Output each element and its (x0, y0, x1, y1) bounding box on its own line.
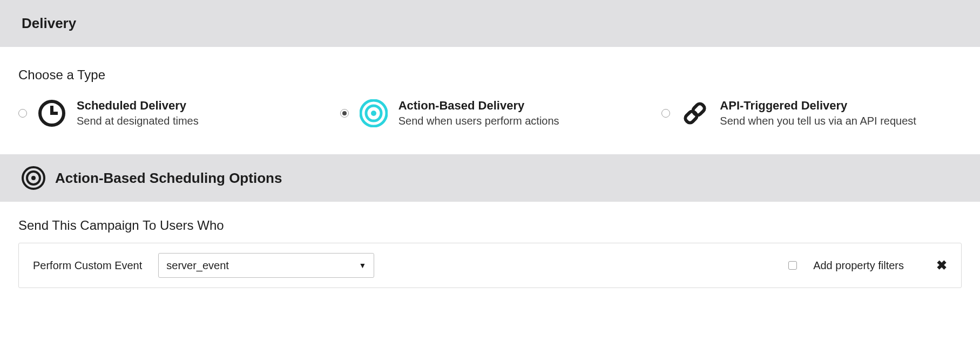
target-icon (360, 99, 388, 127)
svg-rect-6 (684, 110, 699, 124)
option-api-title: API-Triggered Delivery (720, 99, 916, 113)
delivery-header-title: Delivery (22, 15, 958, 32)
trigger-condition-label: Perform Custom Event (33, 259, 142, 272)
trigger-row: Perform Custom Event server_event ▼ Add … (18, 243, 962, 288)
option-scheduled-delivery[interactable]: Scheduled Delivery Send at designated ti… (18, 99, 319, 127)
add-property-filters-checkbox[interactable] (788, 261, 797, 270)
trigger-event-selected: server_event (166, 259, 229, 272)
option-action-sub: Send when users perform actions (398, 115, 559, 127)
add-property-filters-label: Add property filters (813, 259, 904, 272)
delivery-options-row: Scheduled Delivery Send at designated ti… (18, 99, 962, 127)
option-scheduled-sub: Send at designated times (77, 115, 199, 127)
trigger-label: Send This Campaign To Users Who (18, 218, 962, 233)
choose-type-section: Choose a Type Scheduled Delivery Send at… (0, 47, 980, 154)
scheduling-subheader-title: Action-Based Scheduling Options (55, 170, 282, 187)
target-outline-icon (22, 166, 45, 190)
option-action-text: Action-Based Delivery Send when users pe… (398, 99, 559, 127)
option-api-text: API-Triggered Delivery Send when you tel… (720, 99, 916, 127)
svg-point-5 (371, 111, 376, 116)
clock-icon (38, 99, 66, 127)
radio-scheduled[interactable] (18, 109, 27, 118)
option-action-based-delivery[interactable]: Action-Based Delivery Send when users pe… (340, 99, 640, 127)
caret-down-icon: ▼ (359, 261, 366, 270)
svg-point-10 (31, 176, 36, 180)
delivery-header: Delivery (0, 0, 980, 47)
trigger-section: Send This Campaign To Users Who Perform … (0, 202, 980, 310)
radio-action-based[interactable] (340, 109, 349, 118)
option-scheduled-text: Scheduled Delivery Send at designated ti… (77, 99, 199, 127)
svg-rect-7 (692, 102, 706, 117)
radio-api-triggered[interactable] (661, 109, 670, 118)
option-api-triggered-delivery[interactable]: API-Triggered Delivery Send when you tel… (661, 99, 962, 127)
option-api-sub: Send when you tell us via an API request (720, 115, 916, 127)
svg-rect-2 (50, 112, 58, 115)
remove-trigger-icon[interactable]: ✖ (936, 258, 947, 273)
trigger-event-select[interactable]: server_event ▼ (158, 253, 374, 278)
option-scheduled-title: Scheduled Delivery (77, 99, 199, 113)
link-chain-icon (681, 99, 709, 127)
scheduling-subheader: Action-Based Scheduling Options (0, 154, 980, 202)
option-action-title: Action-Based Delivery (398, 99, 559, 113)
choose-type-label: Choose a Type (18, 67, 962, 83)
